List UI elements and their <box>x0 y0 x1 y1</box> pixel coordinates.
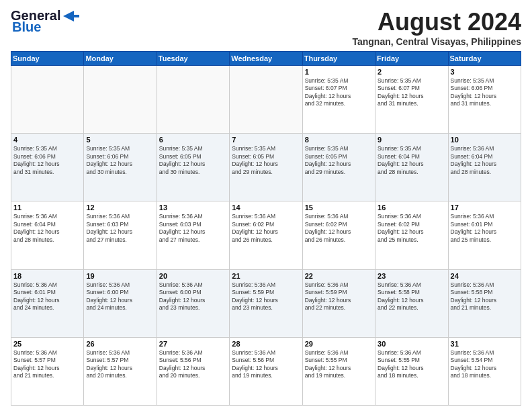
calendar-week-row: 4Sunrise: 5:35 AM Sunset: 6:06 PM Daylig… <box>11 134 521 201</box>
cell-info: Sunrise: 5:36 AM Sunset: 5:57 PM Dayligh… <box>86 349 154 380</box>
cell-info: Sunrise: 5:36 AM Sunset: 5:55 PM Dayligh… <box>378 349 445 380</box>
calendar-cell: 17Sunrise: 5:36 AM Sunset: 6:01 PM Dayli… <box>448 201 521 269</box>
cell-info: Sunrise: 5:36 AM Sunset: 5:56 PM Dayligh… <box>159 349 227 380</box>
calendar-cell: 23Sunrise: 5:36 AM Sunset: 5:58 PM Dayli… <box>375 269 448 337</box>
header: General Blue August 2024 Tangnan, Centra… <box>11 8 521 47</box>
calendar-header-row: SundayMondayTuesdayWednesdayThursdayFrid… <box>11 52 521 66</box>
calendar-cell <box>84 66 157 134</box>
day-number: 20 <box>159 272 227 280</box>
day-number: 21 <box>232 272 300 280</box>
calendar-table: SundayMondayTuesdayWednesdayThursdayFrid… <box>11 51 521 406</box>
day-number: 2 <box>378 68 445 76</box>
calendar-cell: 27Sunrise: 5:36 AM Sunset: 5:56 PM Dayli… <box>157 337 229 405</box>
cell-info: Sunrise: 5:36 AM Sunset: 5:54 PM Dayligh… <box>451 349 519 380</box>
day-number: 10 <box>451 136 519 144</box>
cell-info: Sunrise: 5:36 AM Sunset: 6:01 PM Dayligh… <box>13 281 81 312</box>
cell-info: Sunrise: 5:35 AM Sunset: 6:06 PM Dayligh… <box>13 145 81 176</box>
calendar-cell: 5Sunrise: 5:35 AM Sunset: 6:06 PM Daylig… <box>84 134 157 201</box>
cell-info: Sunrise: 5:36 AM Sunset: 6:02 PM Dayligh… <box>378 213 445 244</box>
day-number: 25 <box>13 340 81 348</box>
cell-info: Sunrise: 5:35 AM Sunset: 6:06 PM Dayligh… <box>451 77 519 108</box>
calendar-cell <box>157 66 229 134</box>
cell-info: Sunrise: 5:36 AM Sunset: 6:04 PM Dayligh… <box>13 213 81 244</box>
page: General Blue August 2024 Tangnan, Centra… <box>0 0 532 411</box>
day-number: 28 <box>232 340 300 348</box>
calendar-cell: 1Sunrise: 5:35 AM Sunset: 6:07 PM Daylig… <box>302 66 375 134</box>
calendar-cell: 10Sunrise: 5:36 AM Sunset: 6:04 PM Dayli… <box>448 134 521 201</box>
day-number: 11 <box>13 203 81 212</box>
day-number: 19 <box>86 272 154 280</box>
cell-info: Sunrise: 5:36 AM Sunset: 5:55 PM Dayligh… <box>305 349 373 380</box>
day-number: 18 <box>13 272 81 280</box>
day-number: 30 <box>378 340 445 348</box>
month-year: August 2024 <box>352 8 521 36</box>
calendar-cell: 14Sunrise: 5:36 AM Sunset: 6:02 PM Dayli… <box>230 201 302 269</box>
cell-info: Sunrise: 5:35 AM Sunset: 6:05 PM Dayligh… <box>305 145 373 176</box>
cell-info: Sunrise: 5:35 AM Sunset: 6:05 PM Dayligh… <box>159 145 227 176</box>
title-block: August 2024 Tangnan, Central Visayas, Ph… <box>352 8 521 47</box>
calendar-cell: 13Sunrise: 5:36 AM Sunset: 6:03 PM Dayli… <box>157 201 229 269</box>
cell-info: Sunrise: 5:36 AM Sunset: 5:57 PM Dayligh… <box>13 349 81 380</box>
day-number: 3 <box>451 68 519 76</box>
calendar-header-saturday: Saturday <box>448 52 521 66</box>
calendar-cell: 2Sunrise: 5:35 AM Sunset: 6:07 PM Daylig… <box>375 66 448 134</box>
calendar-week-row: 11Sunrise: 5:36 AM Sunset: 6:04 PM Dayli… <box>11 201 521 269</box>
cell-info: Sunrise: 5:36 AM Sunset: 6:03 PM Dayligh… <box>159 213 227 244</box>
day-number: 1 <box>305 68 373 76</box>
day-number: 16 <box>378 203 445 212</box>
calendar-header-tuesday: Tuesday <box>157 52 229 66</box>
day-number: 8 <box>305 136 373 144</box>
cell-info: Sunrise: 5:36 AM Sunset: 6:00 PM Dayligh… <box>86 281 154 312</box>
calendar-cell: 26Sunrise: 5:36 AM Sunset: 5:57 PM Dayli… <box>84 337 157 405</box>
calendar-cell: 18Sunrise: 5:36 AM Sunset: 6:01 PM Dayli… <box>11 269 84 337</box>
calendar-cell: 31Sunrise: 5:36 AM Sunset: 5:54 PM Dayli… <box>448 337 521 405</box>
calendar-cell <box>230 66 302 134</box>
calendar-cell: 28Sunrise: 5:36 AM Sunset: 5:56 PM Dayli… <box>230 337 302 405</box>
day-number: 26 <box>86 340 154 348</box>
day-number: 9 <box>378 136 445 144</box>
logo-blue: Blue <box>12 19 41 35</box>
cell-info: Sunrise: 5:35 AM Sunset: 6:07 PM Dayligh… <box>305 77 373 108</box>
calendar-cell: 20Sunrise: 5:36 AM Sunset: 6:00 PM Dayli… <box>157 269 229 337</box>
calendar-cell: 24Sunrise: 5:36 AM Sunset: 5:58 PM Dayli… <box>448 269 521 337</box>
day-number: 23 <box>378 272 445 280</box>
calendar-header-sunday: Sunday <box>11 52 84 66</box>
logo-arrow-icon <box>60 9 79 23</box>
calendar-cell: 8Sunrise: 5:35 AM Sunset: 6:05 PM Daylig… <box>302 134 375 201</box>
calendar-cell: 29Sunrise: 5:36 AM Sunset: 5:55 PM Dayli… <box>302 337 375 405</box>
cell-info: Sunrise: 5:36 AM Sunset: 6:00 PM Dayligh… <box>159 281 227 312</box>
calendar-cell: 22Sunrise: 5:36 AM Sunset: 5:59 PM Dayli… <box>302 269 375 337</box>
day-number: 22 <box>305 272 373 280</box>
day-number: 29 <box>305 340 373 348</box>
day-number: 5 <box>86 136 154 144</box>
calendar-cell: 12Sunrise: 5:36 AM Sunset: 6:03 PM Dayli… <box>84 201 157 269</box>
day-number: 17 <box>451 203 519 212</box>
day-number: 14 <box>232 203 300 212</box>
calendar-cell: 25Sunrise: 5:36 AM Sunset: 5:57 PM Dayli… <box>11 337 84 405</box>
calendar-cell: 11Sunrise: 5:36 AM Sunset: 6:04 PM Dayli… <box>11 201 84 269</box>
cell-info: Sunrise: 5:36 AM Sunset: 5:58 PM Dayligh… <box>451 281 519 312</box>
logo: General Blue <box>11 8 79 35</box>
day-number: 13 <box>159 203 227 212</box>
day-number: 24 <box>451 272 519 280</box>
cell-info: Sunrise: 5:35 AM Sunset: 6:04 PM Dayligh… <box>378 145 445 176</box>
location: Tangnan, Central Visayas, Philippines <box>352 36 521 47</box>
calendar-header-monday: Monday <box>84 52 157 66</box>
calendar-cell: 19Sunrise: 5:36 AM Sunset: 6:00 PM Dayli… <box>84 269 157 337</box>
cell-info: Sunrise: 5:36 AM Sunset: 5:59 PM Dayligh… <box>232 281 300 312</box>
calendar-cell: 7Sunrise: 5:35 AM Sunset: 6:05 PM Daylig… <box>230 134 302 201</box>
cell-info: Sunrise: 5:36 AM Sunset: 6:03 PM Dayligh… <box>86 213 154 244</box>
calendar-header-thursday: Thursday <box>302 52 375 66</box>
calendar-week-row: 18Sunrise: 5:36 AM Sunset: 6:01 PM Dayli… <box>11 269 521 337</box>
calendar-week-row: 1Sunrise: 5:35 AM Sunset: 6:07 PM Daylig… <box>11 66 521 134</box>
cell-info: Sunrise: 5:36 AM Sunset: 6:01 PM Dayligh… <box>451 213 519 244</box>
cell-info: Sunrise: 5:35 AM Sunset: 6:05 PM Dayligh… <box>232 145 300 176</box>
day-number: 12 <box>86 203 154 212</box>
cell-info: Sunrise: 5:35 AM Sunset: 6:07 PM Dayligh… <box>378 77 445 108</box>
calendar-cell: 15Sunrise: 5:36 AM Sunset: 6:02 PM Dayli… <box>302 201 375 269</box>
day-number: 7 <box>232 136 300 144</box>
cell-info: Sunrise: 5:36 AM Sunset: 6:02 PM Dayligh… <box>305 213 373 244</box>
cell-info: Sunrise: 5:36 AM Sunset: 6:04 PM Dayligh… <box>451 145 519 176</box>
day-number: 15 <box>305 203 373 212</box>
day-number: 4 <box>13 136 81 144</box>
